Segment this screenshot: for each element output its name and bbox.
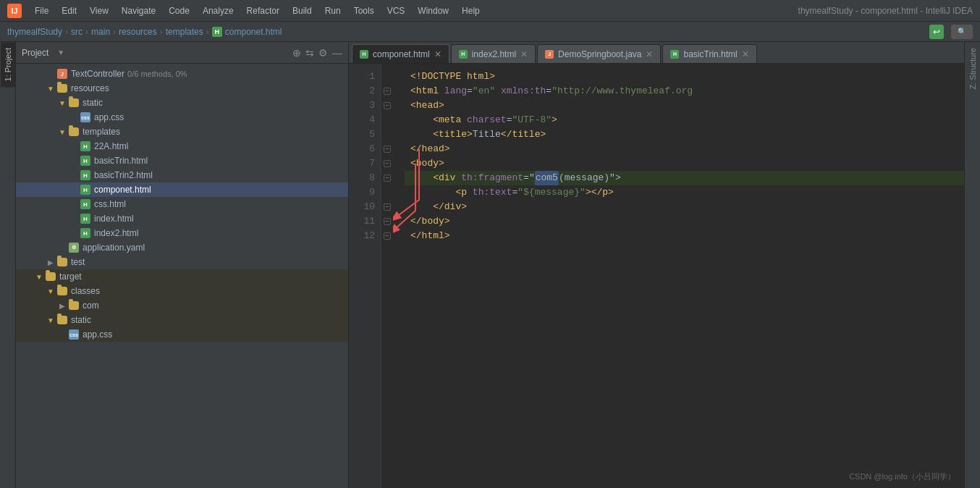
tree-item-templates[interactable]: ▼ templates	[16, 125, 348, 139]
menu-tools[interactable]: Tools	[348, 4, 380, 17]
breadcrumb-resources[interactable]: resources	[119, 27, 157, 37]
folder-icon	[56, 314, 68, 326]
menu-view[interactable]: View	[84, 4, 114, 17]
line-numbers: 1 2 3 4 5 6 7 8 9 10 11 12	[349, 64, 381, 488]
menu-window[interactable]: Window	[412, 4, 455, 17]
tree-item-static-target[interactable]: ▼ static	[16, 313, 348, 327]
tab-close-button[interactable]: ✕	[742, 49, 749, 59]
gutter-6[interactable]: −	[381, 142, 393, 156]
tab-index2[interactable]: H index2.html ✕	[451, 44, 536, 63]
code-line-4: <meta charset = "UTF-8" >	[405, 113, 964, 127]
code-token: Title	[473, 127, 501, 142]
breadcrumb-file-icon: H	[212, 27, 222, 37]
tab-close-button[interactable]: ✕	[520, 49, 528, 59]
html-file-icon: H	[80, 140, 91, 152]
tree-item-index2[interactable]: H index2.html	[16, 226, 348, 240]
fold-icon-10[interactable]: −	[384, 203, 391, 211]
tree-item-22a[interactable]: H 22A.html	[16, 139, 348, 153]
css-file-icon: css	[68, 329, 80, 340]
java-file-icon: J	[56, 68, 68, 80]
tree-label: componet.html	[94, 185, 151, 195]
fold-icon-2[interactable]: −	[384, 88, 391, 95]
menu-edit[interactable]: Edit	[56, 4, 83, 17]
gutter-8[interactable]: −	[381, 171, 393, 185]
tab-close-button[interactable]: ✕	[434, 49, 442, 59]
menu-run[interactable]: Run	[319, 4, 347, 17]
menu-code[interactable]: Code	[163, 4, 195, 17]
code-line-11: </body>	[405, 214, 964, 229]
fold-icon-12[interactable]: −	[384, 232, 391, 240]
code-token: >	[552, 113, 557, 127]
code-token	[495, 84, 501, 98]
breadcrumb-main[interactable]: main	[91, 27, 110, 37]
breadcrumb-file[interactable]: componet.html	[225, 27, 282, 37]
tree-item-index[interactable]: H index.html	[16, 211, 348, 226]
tab-basictrin[interactable]: H basicTrin.html ✕	[662, 44, 756, 63]
tree-arrow	[68, 213, 80, 224]
tab-close-button[interactable]: ✕	[646, 49, 653, 59]
breadcrumb-src[interactable]: src	[71, 27, 83, 37]
tree-item-textcontroller[interactable]: J TextController 0/6 methods, 0%	[16, 67, 348, 81]
tree-label: resources	[71, 83, 109, 93]
fold-icon-3[interactable]: −	[384, 102, 391, 109]
left-sidebar-tabs: 1: Project	[0, 42, 16, 488]
structure-tab[interactable]: Z: Structure	[966, 42, 980, 95]
search-everywhere-button[interactable]: 🔍	[951, 25, 973, 39]
menu-analyze[interactable]: Analyze	[197, 4, 240, 17]
navigate-back-button[interactable]: ↩	[929, 25, 944, 39]
tree-item-static-resources[interactable]: ▼ static	[16, 96, 348, 110]
menu-navigate[interactable]: Navigate	[116, 4, 161, 17]
fold-icon-11[interactable]: −	[384, 218, 391, 225]
folder-icon	[56, 256, 68, 268]
code-line-1: <!DOCTYPE html>	[405, 70, 964, 84]
tree-item-test[interactable]: ▶ test	[16, 255, 348, 269]
gutter-10[interactable]: −	[381, 200, 393, 214]
breadcrumb-project[interactable]: thymealfStudy	[7, 27, 62, 37]
tab-componet[interactable]: H componet.html ✕	[352, 44, 449, 63]
menu-refactor[interactable]: Refactor	[241, 4, 285, 17]
tree-item-classes[interactable]: ▼ classes	[16, 284, 348, 298]
code-token	[439, 84, 444, 98]
tree-item-basictrin2[interactable]: H basicTrin2.html	[16, 168, 348, 182]
project-dropdown-arrow[interactable]: ▼	[57, 49, 64, 56]
project-layout-icon[interactable]: ⇆	[305, 47, 314, 59]
tree-item-css-html[interactable]: H css.html	[16, 197, 348, 211]
tree-item-basictrin[interactable]: H basicTrin.html	[16, 153, 348, 168]
code-line-12: </html>	[405, 229, 964, 243]
menu-help[interactable]: Help	[456, 4, 486, 17]
fold-icon-6[interactable]: −	[384, 146, 391, 153]
tree-item-resources[interactable]: ▼ resources	[16, 81, 348, 96]
menu-file[interactable]: File	[29, 4, 54, 17]
tab-file-icon: H	[360, 50, 368, 59]
gutter-2[interactable]: −	[381, 84, 393, 98]
project-panel: Project ▼ ⊕ ⇆ ⚙ — J TextController 0/6 m…	[16, 42, 349, 488]
menu-build[interactable]: Build	[287, 4, 318, 17]
project-tab[interactable]: 1: Project	[1, 42, 15, 87]
tree-item-target[interactable]: ▼ target	[16, 269, 348, 284]
fold-icon-8[interactable]: −	[384, 174, 391, 182]
menu-vcs[interactable]: VCS	[381, 4, 411, 17]
gutter-11[interactable]: −	[381, 214, 393, 229]
project-header-actions: ⊕ ⇆ ⚙ —	[292, 47, 342, 59]
tree-item-application-yaml[interactable]: ⚙ application.yaml	[16, 240, 348, 255]
project-close-icon[interactable]: —	[332, 47, 342, 59]
menu-bar[interactable]: File Edit View Navigate Code Analyze Ref…	[29, 4, 486, 17]
tree-arrow: ▼	[33, 271, 45, 282]
editor-content: 1 2 3 4 5 6 7 8 9 10 11 12 − −	[349, 64, 964, 488]
gutter-7[interactable]: −	[381, 156, 393, 171]
tree-item-com[interactable]: ▶ com	[16, 298, 348, 313]
tab-demospringboot[interactable]: J DemoSpringboot.java ✕	[537, 44, 661, 63]
code-token: =	[467, 84, 473, 98]
fold-icon-7[interactable]: −	[384, 160, 391, 167]
gutter-3[interactable]: −	[381, 98, 393, 113]
project-settings-icon[interactable]: ⊕	[292, 47, 301, 59]
code-token: charset	[467, 113, 507, 127]
tree-item-componet[interactable]: H componet.html	[16, 182, 348, 197]
code-editor[interactable]: <!DOCTYPE html> <html lang = "en" xmlns:…	[393, 64, 964, 488]
project-options-icon[interactable]: ⚙	[318, 47, 328, 59]
gutter-12[interactable]: −	[381, 229, 393, 243]
tree-item-app-css-1[interactable]: css app.css	[16, 110, 348, 125]
breadcrumb-templates[interactable]: templates	[166, 27, 203, 37]
tree-item-app-css-2[interactable]: css app.css	[16, 327, 348, 342]
breadcrumb: thymealfStudy › src › main › resources ›…	[0, 22, 980, 42]
